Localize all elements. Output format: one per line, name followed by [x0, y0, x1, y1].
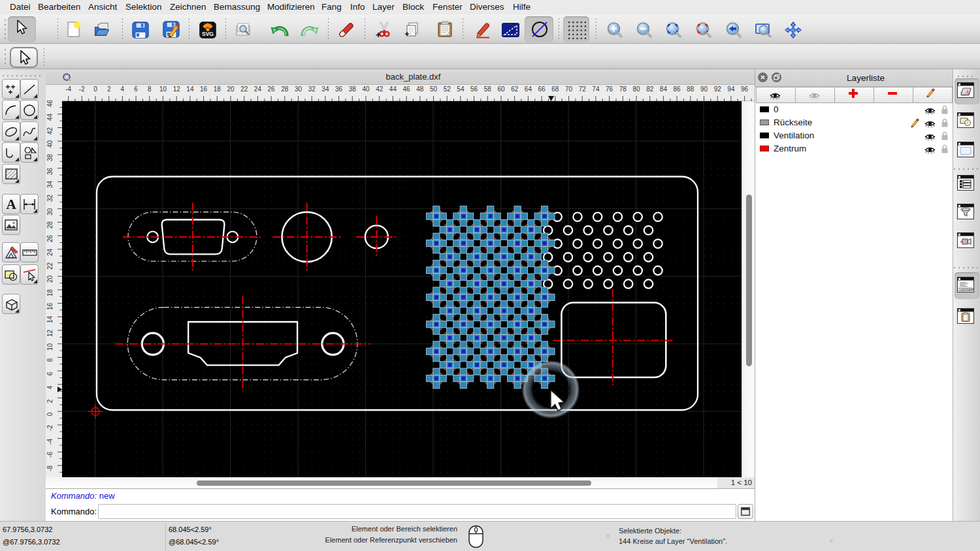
svg-text:SVG: SVG	[202, 31, 214, 37]
svg-text:command: command	[960, 288, 973, 291]
svg-text:A: A	[965, 89, 969, 95]
svg-text:A: A	[6, 197, 16, 212]
